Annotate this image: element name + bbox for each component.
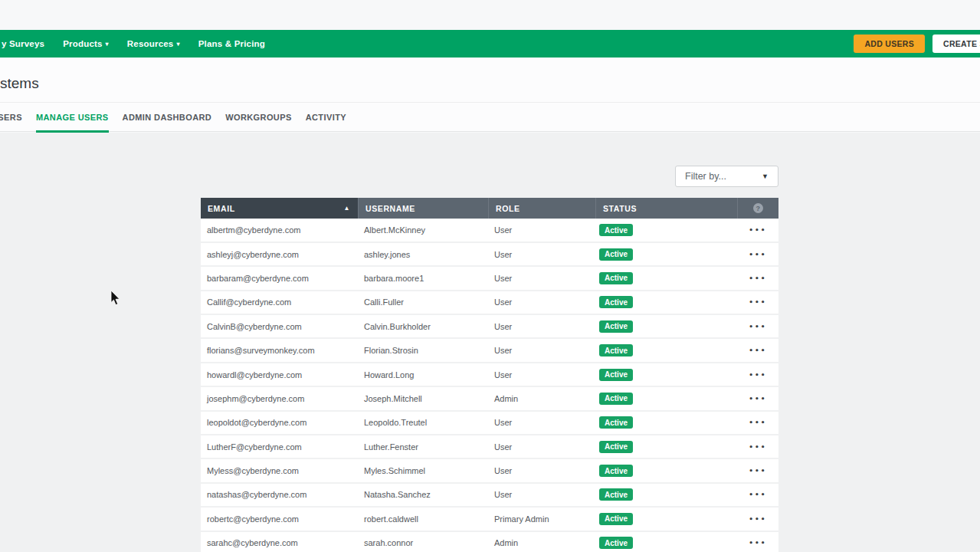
row-options-menu-icon[interactable]: ••• — [749, 464, 766, 478]
filter-by-value: Filter by... — [685, 171, 762, 182]
chevron-down-icon: ▾ — [106, 41, 109, 48]
tab-admin-dashboard[interactable]: ADMIN DASHBOARD — [123, 102, 212, 132]
cell-role: User — [488, 418, 595, 427]
cell-email: leopoldot@cyberdyne.com — [201, 418, 358, 427]
cell-username: Joseph.Mitchell — [358, 394, 488, 403]
row-options-menu-icon[interactable]: ••• — [749, 536, 766, 550]
row-options-menu-icon[interactable]: ••• — [749, 320, 766, 334]
chevron-down-icon: ▾ — [176, 41, 179, 48]
tab-activity[interactable]: ACTIVITY — [306, 102, 346, 132]
tab-users[interactable]: USERS — [0, 102, 22, 132]
cell-role: User — [488, 225, 595, 235]
nav-item-my-surveys[interactable]: y Surveys — [2, 39, 44, 48]
table-row: Myless@cyberdyne.comMyles.SchimmelUserAc… — [201, 459, 778, 481]
nav-item-plans-pricing[interactable]: Plans & Pricing — [198, 39, 265, 48]
cell-actions: ••• — [737, 271, 778, 285]
nav-buttons: ADD USERS CREATE SURVEY — [854, 30, 980, 58]
table-row: natashas@cyberdyne.comNatasha.SanchezUse… — [201, 484, 778, 506]
cell-role: User — [488, 297, 595, 307]
table-row: barbaram@cyberdyne.combarbara.moore1User… — [201, 267, 778, 289]
table-row: CalvinB@cyberdyne.comCalvin.BurkholderUs… — [201, 315, 778, 337]
cell-role: User — [488, 370, 595, 380]
row-options-menu-icon[interactable]: ••• — [749, 512, 766, 526]
tab-manage-users[interactable]: MANAGE USERS — [36, 102, 109, 132]
cell-status: Active — [595, 441, 737, 453]
cell-role: User — [488, 322, 595, 331]
status-badge: Active — [599, 369, 633, 381]
column-header-username[interactable]: USERNAME — [358, 198, 488, 219]
table-row: albertm@cyberdyne.comAlbert.McKinneyUser… — [201, 219, 778, 242]
cell-email: florians@surveymonkey.com — [201, 346, 358, 355]
cell-actions: ••• — [737, 223, 778, 237]
cell-status: Active — [595, 465, 737, 477]
cell-role: User — [488, 250, 595, 259]
cell-role: Admin — [488, 394, 595, 403]
sort-asc-icon: ▲ — [343, 205, 350, 212]
cell-username: Myles.Schimmel — [358, 466, 488, 475]
cell-actions: ••• — [737, 488, 778, 501]
cell-username: Leopoldo.Treutel — [358, 418, 488, 427]
cell-actions: ••• — [737, 368, 778, 382]
cell-email: howardl@cyberdyne.com — [201, 370, 358, 380]
cell-username: sarah.connor — [358, 538, 488, 547]
row-options-menu-icon[interactable]: ••• — [749, 392, 766, 406]
table-row: sarahc@cyberdyne.comsarah.connorAdminAct… — [201, 532, 778, 552]
row-options-menu-icon[interactable]: ••• — [749, 368, 766, 382]
cell-email: Callif@cyberdyne.com — [201, 297, 358, 307]
table-body: albertm@cyberdyne.comAlbert.McKinneyUser… — [201, 219, 778, 552]
cell-email: natashas@cyberdyne.com — [201, 490, 358, 499]
cell-status: Active — [595, 369, 737, 381]
cell-status: Active — [595, 513, 737, 525]
tab-strip: USERS MANAGE USERS ADMIN DASHBOARD WORKG… — [0, 102, 980, 132]
status-badge: Active — [599, 465, 633, 477]
nav-items: y Surveys Products▾ Resources▾ Plans & P… — [2, 39, 284, 48]
filter-by-dropdown[interactable]: Filter by... ▼ — [675, 166, 778, 187]
main-navbar: y Surveys Products▾ Resources▾ Plans & P… — [0, 30, 980, 58]
cell-username: ashley.jones — [358, 250, 488, 259]
status-badge: Active — [599, 488, 633, 501]
table-row: florians@surveymonkey.comFlorian.Strosin… — [201, 339, 778, 361]
row-options-menu-icon[interactable]: ••• — [749, 271, 766, 285]
column-header-role[interactable]: ROLE — [488, 198, 595, 219]
table-row: ashleyj@cyberdyne.comashley.jonesUserAct… — [201, 243, 778, 265]
row-options-menu-icon[interactable]: ••• — [749, 295, 766, 309]
row-options-menu-icon[interactable]: ••• — [749, 343, 766, 357]
row-options-menu-icon[interactable]: ••• — [749, 416, 766, 429]
cell-status: Active — [595, 248, 737, 261]
cell-email: albertm@cyberdyne.com — [201, 225, 358, 235]
cell-status: Active — [595, 393, 737, 405]
status-badge: Active — [599, 296, 633, 308]
cell-email: CalvinB@cyberdyne.com — [201, 322, 358, 331]
status-badge: Active — [599, 513, 633, 525]
cell-status: Active — [595, 272, 737, 284]
cell-email: ashleyj@cyberdyne.com — [201, 250, 358, 259]
nav-item-resources[interactable]: Resources▾ — [127, 39, 180, 48]
row-options-menu-icon[interactable]: ••• — [749, 223, 766, 237]
row-options-menu-icon[interactable]: ••• — [749, 248, 766, 261]
row-options-menu-icon[interactable]: ••• — [749, 440, 766, 454]
cell-role: User — [488, 274, 595, 283]
tab-workgroups[interactable]: WORKGROUPS — [225, 102, 292, 132]
table-row: josephm@cyberdyne.comJoseph.MitchellAdmi… — [201, 387, 778, 409]
help-icon[interactable]: ? — [753, 203, 763, 213]
cell-status: Active — [595, 488, 737, 501]
status-badge: Active — [599, 441, 633, 453]
cell-email: Myless@cyberdyne.com — [201, 466, 358, 475]
cell-role: User — [488, 466, 595, 475]
cell-actions: ••• — [737, 440, 778, 454]
add-users-button[interactable]: ADD USERS — [854, 34, 925, 53]
cell-status: Active — [595, 416, 737, 429]
page-title: stems — [0, 75, 39, 92]
cell-role: User — [488, 442, 595, 452]
table-row: leopoldot@cyberdyne.comLeopoldo.TreutelU… — [201, 412, 778, 434]
users-table: EMAIL ▲ USERNAME ROLE STATUS ? albertm@c… — [201, 198, 778, 552]
column-header-status[interactable]: STATUS — [595, 198, 737, 219]
cell-status: Active — [595, 320, 737, 333]
table-header-row: EMAIL ▲ USERNAME ROLE STATUS ? — [201, 198, 778, 219]
column-header-email[interactable]: EMAIL ▲ — [201, 198, 358, 219]
cell-username: Calli.Fuller — [358, 297, 488, 307]
cell-actions: ••• — [737, 416, 778, 429]
row-options-menu-icon[interactable]: ••• — [749, 488, 766, 501]
nav-item-products[interactable]: Products▾ — [63, 39, 109, 48]
create-survey-button[interactable]: CREATE SURVEY — [932, 34, 980, 53]
